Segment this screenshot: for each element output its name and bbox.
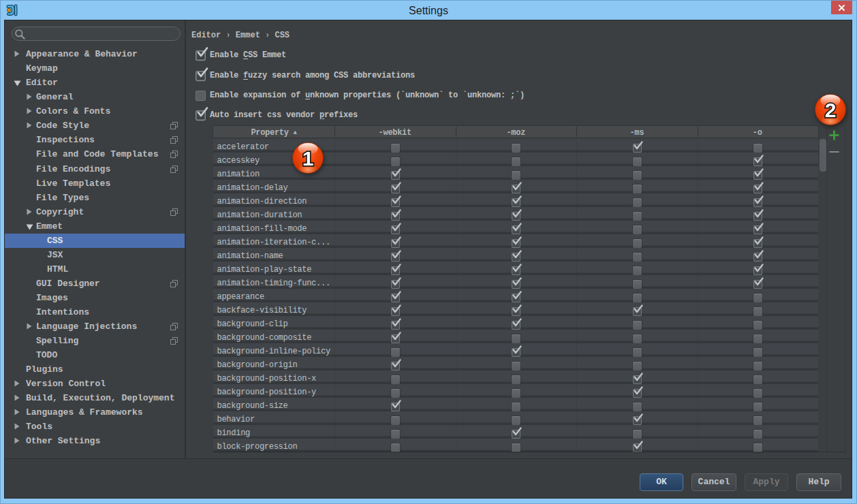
svg-text:1: 1 (302, 147, 314, 170)
svg-text:2: 2 (825, 99, 837, 121)
